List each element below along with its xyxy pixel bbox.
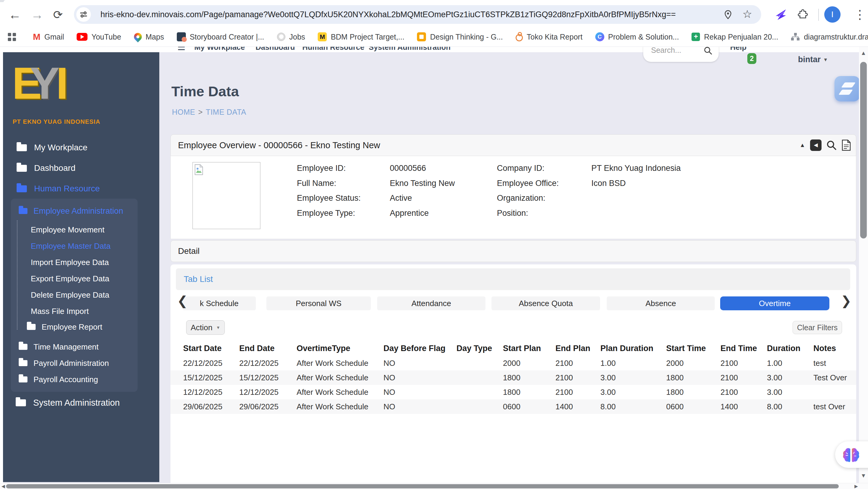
scroll-left-icon[interactable]: ◀ xyxy=(1,483,5,489)
ai-assistant-button[interactable] xyxy=(835,441,868,468)
profile-avatar[interactable]: I xyxy=(824,6,841,23)
sidebar-item-employee-movement[interactable]: Employee Movement xyxy=(31,224,104,235)
column-header[interactable]: Day Before Flag xyxy=(383,342,457,355)
scroll-down-icon[interactable]: ▼ xyxy=(859,472,868,479)
sidebar-item-export-employee-data[interactable]: Export Employee Data xyxy=(31,273,109,284)
bookmark-jobs[interactable]: Jobs xyxy=(277,33,305,41)
tab-personal-ws[interactable]: Personal WS xyxy=(267,297,371,310)
company-logo[interactable]: EYI xyxy=(12,51,68,115)
action-button[interactable]: Action▼ xyxy=(186,320,225,335)
bookmark-youtube[interactable]: YouTube xyxy=(76,33,121,41)
sidebar-item-mass-file-import[interactable]: Mass File Import xyxy=(31,306,89,316)
sidebar-item-human-resource[interactable]: Human Resource xyxy=(17,182,100,195)
vertical-scrollbar[interactable]: ▲ ▼ xyxy=(859,47,868,483)
location-icon[interactable] xyxy=(724,10,732,21)
table-cell: 3.00 xyxy=(767,385,813,399)
bookmark-bdm[interactable]: MBDM Project Target,... xyxy=(318,32,404,41)
column-header[interactable]: End Time xyxy=(720,342,767,355)
table-cell: test xyxy=(813,356,855,370)
apps-grid-icon[interactable] xyxy=(8,33,16,41)
bookmark-maps[interactable]: Maps xyxy=(134,33,164,41)
sidebar-item-delete-employee-data[interactable]: Delete Employee Data xyxy=(31,290,109,300)
bookmark-toko-kita[interactable]: Toko Kita Report xyxy=(516,32,583,41)
bookmarks-bar: MGmail YouTube Maps Storyboard Creator |… xyxy=(0,27,868,47)
tabs-scroll-left-icon[interactable]: ❮ xyxy=(177,295,188,307)
address-bar[interactable]: hris-ekno-dev.minovais.com/Page/pamanage… xyxy=(74,5,761,24)
horizontal-scrollbar[interactable]: ◀ ▶ xyxy=(0,483,868,489)
table-cell: 22/12/2025 xyxy=(183,356,239,370)
table-cell: 1800 xyxy=(666,370,720,385)
table-row[interactable]: 22/12/202522/12/2025After Work ScheduleN… xyxy=(170,356,856,370)
sidebar-item-my-workplace[interactable]: My Workplace xyxy=(17,141,88,154)
browser-forward-button[interactable]: → xyxy=(31,8,43,21)
folder-icon xyxy=(17,144,27,151)
tab-overtime[interactable]: Overtime xyxy=(720,297,829,310)
tab-work-schedule[interactable]: k Schedule xyxy=(183,297,256,310)
bookmark-star-icon[interactable]: ☆ xyxy=(743,5,752,23)
search-record-icon[interactable] xyxy=(826,140,837,150)
extensions-puzzle-icon[interactable] xyxy=(797,9,808,22)
notification-badge[interactable]: 2 xyxy=(747,53,756,64)
tab-absence[interactable]: Absence xyxy=(607,297,715,310)
browser-menu-icon[interactable]: ⋮ xyxy=(854,4,866,25)
export-document-icon[interactable] xyxy=(841,140,851,151)
table-row[interactable]: 15/12/202515/12/2025After Work ScheduleN… xyxy=(170,370,856,385)
employee-photo-placeholder xyxy=(192,162,260,229)
global-search-input[interactable]: Search... xyxy=(643,47,719,62)
sidebar-item-import-employee-data[interactable]: Import Employee Data xyxy=(31,257,109,268)
table-row[interactable]: 12/12/202512/12/2025After Work ScheduleN… xyxy=(170,385,856,399)
sidebar-item-payroll-administration[interactable]: Payroll Administration xyxy=(19,357,109,369)
table-cell: 0600 xyxy=(666,399,720,414)
table-cell: 2100 xyxy=(555,370,600,385)
user-menu[interactable]: bintar▾ xyxy=(798,55,827,64)
topnav-system-administration[interactable]: System Administration xyxy=(369,47,451,52)
site-settings-icon[interactable] xyxy=(76,7,91,22)
column-header[interactable]: Plan Duration xyxy=(600,342,666,355)
column-header[interactable]: OvertimeType xyxy=(297,342,383,355)
column-header[interactable]: Start Plan xyxy=(503,342,555,355)
topnav-human-resource[interactable]: Human Resource xyxy=(302,47,365,52)
breadcrumb-home[interactable]: HOME xyxy=(172,108,195,116)
collapse-panel-icon[interactable]: ▲ xyxy=(800,142,805,149)
browser-back-button[interactable]: ← xyxy=(8,8,21,21)
column-header[interactable]: End Plan xyxy=(555,342,600,355)
sidebar-item-time-management[interactable]: Time Management xyxy=(19,340,99,353)
vertical-scrollbar-thumb[interactable] xyxy=(860,62,867,239)
column-header[interactable]: End Date xyxy=(239,342,297,355)
column-header[interactable]: Day Type xyxy=(457,342,503,355)
column-header[interactable]: Start Time xyxy=(666,342,720,355)
table-row[interactable]: 29/06/202529/06/2025After Work ScheduleN… xyxy=(170,399,856,414)
bookmark-diagram[interactable]: diagramstruktur.dra... xyxy=(791,33,868,41)
previous-record-icon[interactable]: ◀ xyxy=(810,140,822,151)
bookmark-problem-solution[interactable]: CProblem & Solution... xyxy=(595,32,679,41)
search-icon[interactable] xyxy=(704,47,713,55)
bookmark-gmail[interactable]: MGmail xyxy=(33,32,64,41)
tabs-scroll-right-icon[interactable]: ❯ xyxy=(841,295,851,307)
column-header[interactable]: Duration xyxy=(767,342,813,355)
tab-absence-quota[interactable]: Absence Quota xyxy=(492,297,600,310)
browser-reload-button[interactable]: ⟳ xyxy=(53,9,63,21)
bookmark-design-thinking[interactable]: Design Thinking - G... xyxy=(417,32,503,41)
column-header[interactable]: Notes xyxy=(813,342,855,355)
menu-toggle-icon[interactable]: ☰ xyxy=(177,47,186,52)
bookmark-rekap[interactable]: +Rekap Penjualan 20... xyxy=(691,33,778,41)
topnav-my-workplace[interactable]: My Workplace xyxy=(194,47,245,52)
topnav-dashboard[interactable]: Dashboard xyxy=(255,47,295,52)
clear-filters-button[interactable]: Clear Filters xyxy=(793,321,842,334)
sidebar-item-system-administration[interactable]: System Administration xyxy=(16,396,120,409)
help-link[interactable]: Help xyxy=(730,47,746,52)
bookmark-storyboard[interactable]: Storyboard Creator |... xyxy=(177,32,264,41)
minova-extension-icon[interactable] xyxy=(774,7,788,22)
sidebar-item-payroll-accounting[interactable]: Payroll Accounting xyxy=(19,373,98,386)
horizontal-scrollbar-thumb[interactable] xyxy=(6,484,839,488)
sidebar-item-dashboard[interactable]: Dashboard xyxy=(17,162,75,175)
sidebar-item-employee-master-data[interactable]: Employee Master Data xyxy=(31,241,111,251)
sidebar-item-employee-administration[interactable]: Employee Administration xyxy=(19,205,123,217)
table-cell: 1400 xyxy=(720,399,767,414)
sidebar-item-employee-report[interactable]: Employee Report xyxy=(27,322,102,332)
scroll-up-icon[interactable]: ▲ xyxy=(859,50,868,56)
tab-attendance[interactable]: Attendance xyxy=(377,297,486,310)
scroll-right-icon[interactable]: ▶ xyxy=(855,483,858,489)
column-header[interactable]: Start Date xyxy=(183,342,239,355)
floating-tool-icon[interactable] xyxy=(835,76,860,101)
